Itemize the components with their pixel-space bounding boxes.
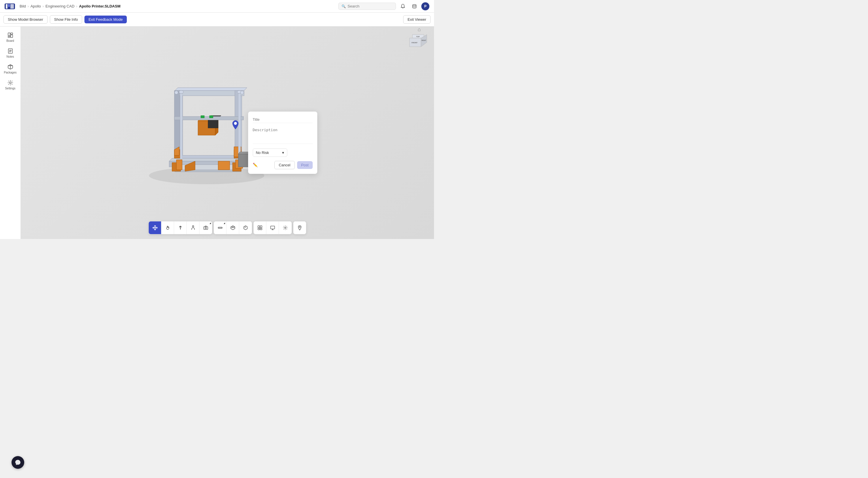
ruler-button[interactable] <box>214 221 226 234</box>
model-viewport[interactable]: ⌂ TOP FRONT RIGHT <box>21 27 434 239</box>
svg-rect-4 <box>8 33 10 36</box>
feedback-pin[interactable] <box>231 120 240 131</box>
breadcrumb: Bild › Apollo › Engineering CAD › Apollo… <box>20 4 120 8</box>
svg-point-67 <box>192 226 194 227</box>
show-model-browser-button[interactable]: Show Model Browser <box>3 15 48 24</box>
database-button[interactable] <box>410 2 419 11</box>
svg-rect-79 <box>258 226 260 228</box>
feedback-actions: ✏️ Cancel Post <box>253 161 313 169</box>
feedback-description-input[interactable] <box>253 126 313 144</box>
board-icon <box>7 32 13 38</box>
cancel-button[interactable]: Cancel <box>274 161 294 169</box>
sidebar-item-packages[interactable]: Packages <box>1 62 19 77</box>
ruler-indicator <box>224 222 225 224</box>
move-tool-button[interactable] <box>149 221 161 234</box>
feedback-title-input[interactable] <box>253 116 313 123</box>
sidebar-board-label: Board <box>6 39 14 42</box>
svg-point-14 <box>9 82 11 84</box>
chevron-down-icon: ▾ <box>282 150 284 155</box>
svg-line-76 <box>233 227 235 228</box>
view-controls-group <box>148 221 212 234</box>
zoom-button[interactable] <box>174 221 187 234</box>
post-button[interactable]: Post <box>297 161 313 169</box>
svg-line-75 <box>231 227 233 228</box>
logo-icon <box>5 3 15 9</box>
screen-button[interactable] <box>266 221 279 234</box>
svg-point-53 <box>175 91 178 94</box>
logo[interactable] <box>5 3 15 9</box>
camera-button[interactable] <box>199 221 212 234</box>
svg-rect-48 <box>201 116 204 118</box>
breadcrumb-sep-3: › <box>76 4 77 8</box>
settings-icon <box>7 80 13 86</box>
sidebar: Board Notes Packages Setti <box>0 27 21 239</box>
gear-settings-button[interactable] <box>279 221 292 234</box>
svg-rect-44 <box>180 93 182 159</box>
svg-rect-49 <box>210 116 213 118</box>
svg-marker-19 <box>175 88 247 91</box>
breadcrumb-engcad[interactable]: Engineering CAD <box>45 4 74 8</box>
svg-rect-83 <box>271 226 275 229</box>
sidebar-settings-label: Settings <box>5 87 15 90</box>
breadcrumb-sep-2: › <box>43 4 44 8</box>
search-box[interactable]: 🔍 <box>338 3 396 10</box>
notes-icon <box>7 48 13 54</box>
bottom-toolbar <box>148 221 306 234</box>
svg-point-46 <box>179 91 184 93</box>
sidebar-item-board[interactable]: Board <box>1 30 19 45</box>
cube-tool-button[interactable] <box>239 221 252 234</box>
svg-rect-81 <box>258 228 260 230</box>
home-icon[interactable]: ⌂ <box>417 27 421 33</box>
exit-viewer-button[interactable]: Exit Viewer <box>403 15 431 24</box>
measure-controls-group <box>214 221 252 234</box>
breadcrumb-bild[interactable]: Bild <box>20 4 26 8</box>
svg-line-78 <box>244 227 246 228</box>
svg-rect-18 <box>175 91 244 96</box>
person-tool-button[interactable] <box>187 221 199 234</box>
svg-text:RIGHT: RIGHT <box>422 39 426 41</box>
svg-rect-6 <box>11 35 13 37</box>
svg-marker-35 <box>176 160 182 170</box>
box-tool-button[interactable] <box>226 221 239 234</box>
viewer-area[interactable]: ⌂ TOP FRONT RIGHT <box>21 27 434 239</box>
view-settings-group <box>253 221 292 234</box>
feedback-risk-selector[interactable]: No Risk ▾ <box>253 148 287 157</box>
svg-rect-80 <box>260 226 262 228</box>
pin-tool-button[interactable] <box>293 221 306 234</box>
sidebar-packages-label: Packages <box>4 71 17 74</box>
svg-rect-0 <box>6 4 7 9</box>
svg-marker-56 <box>218 161 230 170</box>
sidebar-notes-label: Notes <box>6 55 14 58</box>
svg-point-54 <box>240 91 244 94</box>
svg-rect-1 <box>8 4 10 7</box>
svg-point-69 <box>205 228 207 229</box>
feedback-popup: No Risk ▾ ✏️ Cancel Post <box>248 112 317 174</box>
svg-text:TOP: TOP <box>416 36 420 37</box>
orientation-cube[interactable]: ⌂ TOP FRONT RIGHT <box>408 32 428 53</box>
camera-indicator <box>210 222 211 224</box>
pencil-icon[interactable]: ✏️ <box>253 162 258 167</box>
breadcrumb-sep-1: › <box>28 4 29 8</box>
main-layout: Board Notes Packages Setti <box>0 27 434 239</box>
svg-point-86 <box>285 227 286 229</box>
breadcrumb-current: Apollo Printer.SLDASM <box>79 4 120 8</box>
user-avatar[interactable]: P <box>421 2 429 10</box>
svg-point-63 <box>234 122 237 125</box>
svg-rect-2 <box>10 4 14 9</box>
risk-label: No Risk <box>256 150 269 155</box>
exit-feedback-mode-button[interactable]: Exit Feedback Mode <box>85 16 127 23</box>
hand-tool-button[interactable] <box>161 221 174 234</box>
svg-rect-82 <box>260 228 262 230</box>
svg-rect-5 <box>11 33 13 34</box>
notifications-button[interactable] <box>398 2 407 11</box>
svg-rect-7 <box>8 36 10 37</box>
sidebar-item-notes[interactable]: Notes <box>1 46 19 61</box>
search-input[interactable] <box>347 4 388 8</box>
sidebar-item-settings[interactable]: Settings <box>1 78 19 92</box>
show-file-info-button[interactable]: Show File Info <box>50 15 82 24</box>
search-icon: 🔍 <box>341 4 346 8</box>
packages-icon <box>7 64 13 70</box>
breadcrumb-apollo[interactable]: Apollo <box>31 4 41 8</box>
layout-button[interactable] <box>254 221 266 234</box>
main-toolbar: Show Model Browser Show File Info Exit F… <box>0 13 434 27</box>
